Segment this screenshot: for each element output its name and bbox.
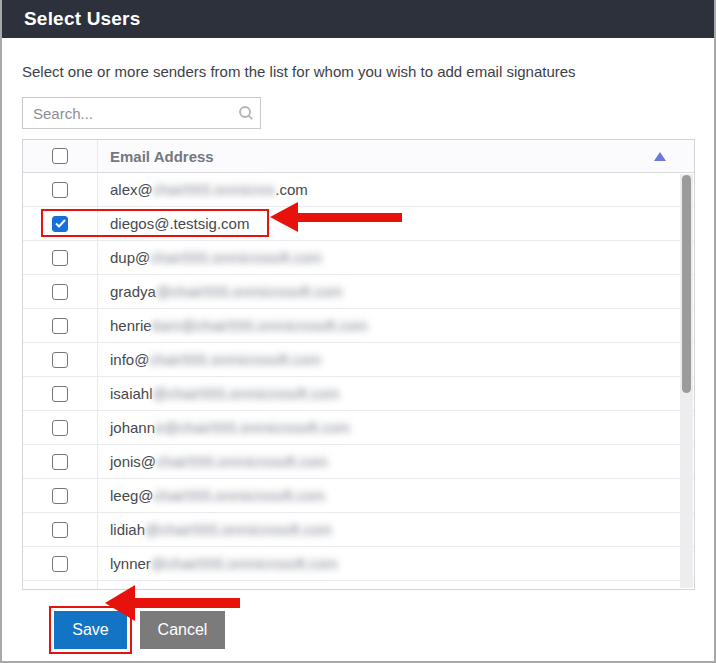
save-highlight-box: Save: [49, 606, 132, 654]
search-input[interactable]: [23, 105, 232, 122]
email-visible-text: diegos@.testsig.com: [110, 215, 249, 232]
save-button[interactable]: Save: [54, 611, 127, 649]
table-row[interactable]: jonis@chair555.onmicrosoft.com: [23, 445, 694, 479]
row-checkbox-cell: [23, 479, 98, 512]
email-redacted-text: @chair555.onmicrosoft.com: [151, 555, 338, 572]
page-title: Select Users: [24, 8, 140, 30]
row-checkbox-cell: [23, 173, 98, 206]
row-checkbox-cell: [23, 377, 98, 410]
email-visible-text: gradya: [110, 283, 156, 300]
table-row[interactable]: dup@chair555.onmicrosoft.com: [23, 241, 694, 275]
row-email: henriettam@chair555.onmicrosoft.com: [98, 309, 694, 342]
row-checkbox[interactable]: [52, 352, 68, 368]
row-email: leeg@chair555.onmicrosoft.com: [98, 479, 694, 512]
email-visible-text: johann: [110, 419, 155, 436]
table-row[interactable]: henriettam@chair555.onmicrosoft.com: [23, 309, 694, 343]
email-redacted-text: chair555.onmicrosoft.com: [149, 351, 321, 368]
row-email: alex@chair555.onmicros.com: [98, 173, 694, 206]
select-all-cell: [23, 140, 98, 172]
row-checkbox[interactable]: [52, 216, 68, 232]
search-box: [22, 97, 261, 129]
scrollbar-track[interactable]: [680, 174, 693, 588]
email-redacted-text: chair555.onmicros: [153, 181, 276, 198]
row-checkbox-cell: [23, 513, 98, 546]
email-redacted-text: @chair555.onmicrosoft.com: [145, 521, 332, 538]
table-row[interactable]: isaiahl@chair555.onmicrosoft.com: [23, 377, 694, 411]
email-redacted-text: e@chair555.onmicrosoft.com: [155, 419, 350, 436]
email-redacted-text: chair555.onmicrosoft.com: [150, 249, 322, 266]
scrollbar-thumb[interactable]: [682, 175, 691, 393]
row-checkbox-cell: [23, 207, 98, 240]
row-checkbox-cell: [23, 445, 98, 478]
email-visible-text: info@: [110, 351, 149, 368]
email-visible-text: dup@: [110, 249, 150, 266]
select-all-checkbox[interactable]: [52, 148, 68, 164]
row-checkbox[interactable]: [52, 386, 68, 402]
row-email: diegos@.testsig.com: [98, 207, 694, 240]
email-visible-text: jonis@: [110, 453, 156, 470]
email-visible-text: isaiahl: [110, 385, 153, 402]
row-email: lynner@chair555.onmicrosoft.com: [98, 547, 694, 580]
row-checkbox-cell: [23, 275, 98, 308]
row-checkbox-cell: [23, 241, 98, 274]
dialog-content: Select one or more senders from the list…: [2, 63, 714, 654]
row-email: jonis@chair555.onmicrosoft.com: [98, 445, 694, 478]
select-users-dialog: Select Users Select one or more senders …: [0, 0, 716, 663]
row-checkbox[interactable]: [52, 522, 68, 538]
email-visible-suffix: .com: [275, 181, 308, 198]
dialog-titlebar: Select Users: [2, 0, 714, 38]
row-checkbox-cell: [23, 309, 98, 342]
row-checkbox[interactable]: [52, 556, 68, 572]
search-icon: [232, 105, 260, 121]
email-redacted-text: ttam@chair555.onmicrosoft.com: [152, 317, 368, 334]
row-checkbox[interactable]: [52, 420, 68, 436]
table-row[interactable]: lynner@chair555.onmicrosoft.com: [23, 547, 694, 581]
table-row[interactable]: lidiah@chair555.onmicrosoft.com: [23, 513, 694, 547]
table-row[interactable]: gradya@chair555.onmicrosoft.com: [23, 275, 694, 309]
row-email: isaiahl@chair555.onmicrosoft.com: [98, 377, 694, 410]
row-email: dup@chair555.onmicrosoft.com: [98, 241, 694, 274]
table-header-row: Email Address: [23, 140, 694, 173]
table-row[interactable]: alex@chair555.onmicros.com: [23, 173, 694, 207]
row-checkbox[interactable]: [52, 250, 68, 266]
table-row[interactable]: diegos@.testsig.com: [23, 207, 694, 241]
row-email: info@chair555.onmicrosoft.com: [98, 343, 694, 376]
row-checkbox[interactable]: [52, 454, 68, 470]
row-email: johanne@chair555.onmicrosoft.com: [98, 411, 694, 444]
row-checkbox[interactable]: [52, 488, 68, 504]
table-row[interactable]: info@chair555.onmicrosoft.com: [23, 343, 694, 377]
row-checkbox-cell: [23, 411, 98, 444]
row-checkbox[interactable]: [52, 182, 68, 198]
row-checkbox-cell: [23, 547, 98, 580]
row-checkbox[interactable]: [52, 318, 68, 334]
dialog-footer: Save Cancel: [49, 606, 714, 654]
email-visible-text: lynner: [110, 555, 151, 572]
table-row-partial: [23, 581, 694, 590]
email-redacted-text: @chair555.onmicrosoft.com: [156, 283, 343, 300]
email-redacted-text: chair555.onmicrosoft.com: [156, 453, 328, 470]
table-row[interactable]: johanne@chair555.onmicrosoft.com: [23, 411, 694, 445]
row-email: gradya@chair555.onmicrosoft.com: [98, 275, 694, 308]
users-table: Email Address alex@chair555.onmicros.com…: [22, 139, 695, 590]
email-visible-text: leeg@: [110, 487, 154, 504]
email-visible-text: alex@: [110, 181, 153, 198]
instruction-text: Select one or more senders from the list…: [22, 63, 714, 80]
sort-ascending-icon[interactable]: [654, 152, 666, 161]
email-column-header: Email Address: [98, 148, 694, 165]
email-visible-text: lidiah: [110, 521, 145, 538]
row-checkbox[interactable]: [52, 284, 68, 300]
row-email: lidiah@chair555.onmicrosoft.com: [98, 513, 694, 546]
email-redacted-text: @chair555.onmicrosoft.com: [153, 385, 340, 402]
email-redacted-text: chair555.onmicrosoft.com: [154, 487, 326, 504]
row-checkbox-cell: [23, 343, 98, 376]
table-row[interactable]: leeg@chair555.onmicrosoft.com: [23, 479, 694, 513]
user-rows: alex@chair555.onmicros.com diegos@.tests…: [23, 173, 694, 581]
cancel-button[interactable]: Cancel: [140, 611, 225, 649]
email-visible-text: henrie: [110, 317, 152, 334]
